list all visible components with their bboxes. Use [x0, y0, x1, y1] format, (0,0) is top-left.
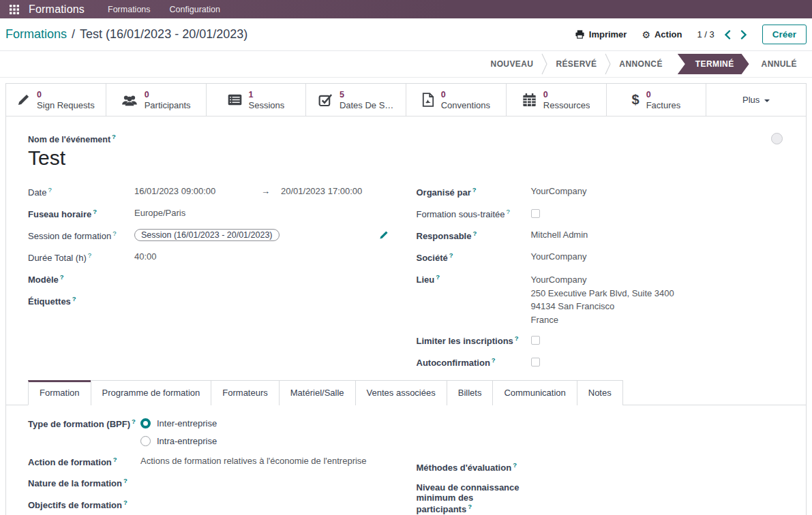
subcontracted-checkbox[interactable]	[531, 209, 540, 218]
field-row-autoconfirm: Autoconfirmation?	[417, 356, 785, 370]
statusbar: NOUVEAU RÉSERVÉ ANNONCÉ TERMINÉ ANNULÉ	[0, 51, 812, 78]
help-marker: ?	[48, 186, 51, 193]
session-label: Session de formation?	[28, 229, 134, 241]
help-marker: ?	[88, 251, 91, 259]
action-button[interactable]: ⚙ Action	[642, 29, 682, 40]
date-start[interactable]: 16/01/2023 09:00:00	[134, 186, 261, 196]
limit-registrations-checkbox[interactable]	[531, 336, 540, 345]
help-marker: ?	[449, 251, 453, 259]
status-step-nouveau[interactable]: NOUVEAU	[483, 54, 542, 74]
step-separator-icon	[541, 52, 547, 76]
venue-street: 250 Executive Park Blvd, Suite 3400	[531, 287, 674, 300]
venue-value[interactable]: YourCompany 250 Executive Park Blvd, Sui…	[531, 272, 674, 326]
apps-grid-icon[interactable]	[5, 0, 23, 18]
pager-previous-button[interactable]	[724, 30, 731, 40]
stat-button-sessions[interactable]: 1Sessions	[207, 84, 307, 116]
organizer-label: Organisé par?	[417, 185, 531, 198]
pager: 1 / 3	[697, 29, 747, 40]
date-value[interactable]: 16/01/2023 09:00:00→20/01/2023 17:00:00	[134, 185, 362, 196]
stat-label: Sign Requests	[37, 100, 95, 110]
stat-button-session-dates[interactable]: 5Dates De S…	[306, 84, 406, 116]
top-navbar: Formations Formations Configuration	[0, 0, 812, 18]
duration-label: Durée Total (h)?	[28, 251, 134, 263]
help-marker: ?	[507, 208, 510, 215]
status-step-termine[interactable]: TERMINÉ	[678, 54, 749, 74]
app-name[interactable]: Formations	[29, 3, 85, 16]
menu-configuration[interactable]: Configuration	[162, 5, 228, 14]
company-label: Société?	[417, 251, 531, 263]
evaluation-methods-label: Méthodes d'évaluation?	[417, 461, 522, 473]
date-end[interactable]: 20/01/2023 17:00:00	[281, 186, 362, 196]
tab-notes[interactable]: Notes	[577, 380, 623, 405]
company-value[interactable]: YourCompany	[531, 251, 587, 262]
stat-value: 0	[543, 90, 590, 100]
stat-button-factures[interactable]: $ 0Factures	[607, 84, 707, 116]
autoconfirm-checkbox[interactable]	[531, 358, 540, 366]
activity-status-circle[interactable]	[771, 133, 783, 144]
print-button-label: Imprimer	[589, 29, 627, 40]
tab-materiel-salle[interactable]: Matériel/Salle	[279, 380, 356, 405]
venue-company: YourCompany	[531, 273, 674, 287]
event-name-value[interactable]: Test	[28, 146, 784, 170]
list-icon	[228, 94, 242, 106]
pager-next-button[interactable]	[740, 30, 747, 40]
tab-formateurs[interactable]: Formateurs	[211, 380, 279, 405]
more-stat-buttons-dropdown[interactable]: Plus	[706, 84, 806, 116]
stat-button-ressources[interactable]: 0Ressources	[507, 84, 607, 116]
limit-registrations-label: Limiter les inscriptions?	[417, 334, 531, 346]
field-row-tags: Étiquettes?	[28, 294, 406, 309]
stat-button-participants[interactable]: 0Participants	[106, 84, 207, 116]
organizer-value[interactable]: YourCompany	[531, 185, 587, 196]
edit-pencil-icon[interactable]	[379, 230, 389, 240]
help-marker: ?	[492, 356, 496, 364]
radio-inter-entreprise[interactable]: Inter-entreprise	[140, 418, 217, 428]
help-marker: ?	[113, 456, 117, 463]
help-marker: ?	[123, 477, 127, 484]
field-row-formation-nature: Nature de la formation?	[28, 476, 406, 488]
formation-action-value[interactable]: Actions de formation relatives à l'écono…	[140, 455, 367, 466]
print-button[interactable]: Imprimer	[575, 29, 627, 40]
pdf-file-icon	[422, 93, 434, 107]
field-row-responsible: Responsable? Mitchell Admin	[417, 229, 785, 243]
field-row-venue: Lieu? YourCompany 250 Executive Park Blv…	[417, 272, 785, 326]
knowledge-level-label: Niveau de connaissance minimum des parti…	[417, 482, 522, 514]
status-step-annonce[interactable]: ANNONCÉ	[611, 54, 670, 74]
field-row-duration: Durée Total (h)? 40:00	[28, 251, 406, 265]
status-step-reserve[interactable]: RÉSERVÉ	[547, 54, 605, 74]
status-step-annule[interactable]: ANNULÉ	[749, 54, 805, 74]
tags-label: Étiquettes?	[28, 294, 134, 307]
dollar-icon: $	[632, 92, 640, 108]
timezone-value[interactable]: Europe/Paris	[134, 207, 185, 218]
help-marker: ?	[513, 461, 517, 469]
session-tag[interactable]: Session (16/01/2023 - 20/01/2023)	[134, 229, 280, 241]
field-row-limit-registrations: Limiter les inscriptions?	[417, 334, 785, 348]
stat-button-conventions[interactable]: 0Conventions	[406, 84, 507, 116]
radio-intra-entreprise[interactable]: Intra-entreprise	[140, 436, 217, 446]
breadcrumb-parent-link[interactable]: Formations	[5, 27, 67, 42]
help-marker: ?	[472, 186, 477, 193]
bpf-radio-group: Inter-entreprise Intra-entreprise	[140, 417, 217, 446]
duration-value[interactable]: 40:00	[134, 251, 157, 262]
tab-programme-de-formation[interactable]: Programme de formation	[91, 380, 212, 405]
form-sheet: 0Sign Requests 0Participants	[5, 83, 807, 515]
tab-communication[interactable]: Communication	[492, 380, 577, 405]
field-row-knowledge-level: Niveau de connaissance minimum des parti…	[417, 482, 785, 514]
field-row-timezone: Fuseau horaire? Europe/Paris	[28, 207, 406, 221]
field-row-formation-action: Action de formation? Actions de formatio…	[28, 455, 406, 467]
tab-billets[interactable]: Billets	[447, 380, 494, 405]
help-marker: ?	[93, 208, 97, 215]
menu-formations[interactable]: Formations	[100, 5, 159, 14]
pager-value[interactable]: 1 / 3	[697, 29, 714, 40]
stat-label: Sessions	[249, 100, 285, 110]
bpf-type-label: Type de formation (BPF)?	[28, 417, 140, 429]
stat-button-sign-requests[interactable]: 0Sign Requests	[6, 84, 106, 116]
action-button-label: Action	[655, 29, 682, 40]
tab-ventes-associees[interactable]: Ventes associées	[355, 380, 447, 405]
formation-action-label: Action de formation?	[28, 455, 140, 467]
radio-selected-icon	[140, 418, 151, 428]
stat-value: 0	[646, 90, 681, 100]
create-button[interactable]: Créer	[762, 25, 807, 44]
help-marker: ?	[468, 503, 472, 510]
tab-formation[interactable]: Formation	[28, 380, 91, 405]
responsible-value[interactable]: Mitchell Admin	[531, 229, 588, 240]
